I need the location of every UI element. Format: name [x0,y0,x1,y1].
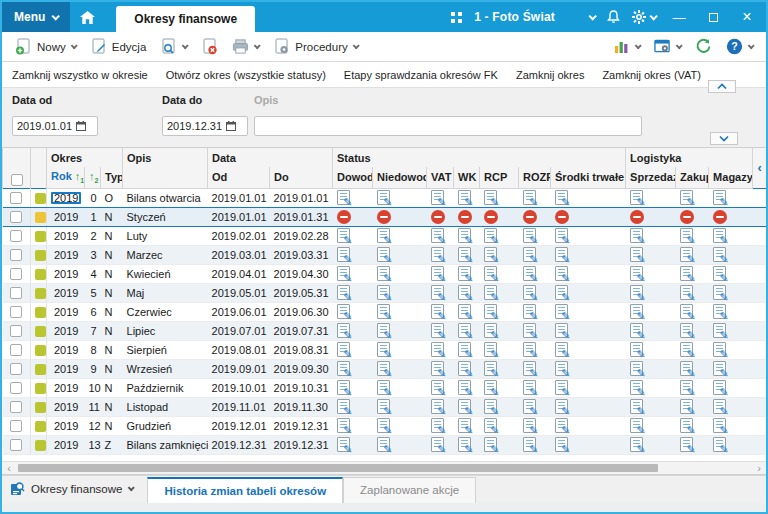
cell-do[interactable]: 2019.09.30 [270,359,333,378]
period-open-edit-icon[interactable] [431,361,444,376]
period-open-edit-icon[interactable] [630,228,643,243]
col-header-dowody[interactable]: Dowody [333,167,373,188]
col-header-rozr[interactable]: ROZR [519,167,551,188]
cell-rok[interactable]: 2019 [47,378,85,397]
scrollbar-track[interactable] [16,463,752,473]
row-checkbox[interactable] [10,382,22,394]
col-header-zakup[interactable]: Zakup [676,167,709,188]
period-open-edit-icon[interactable] [431,418,444,433]
period-open-edit-icon[interactable] [337,266,350,281]
period-closed-icon[interactable] [680,210,694,224]
cell-opis[interactable]: Lipiec [123,321,208,340]
period-open-edit-icon[interactable] [431,285,444,300]
period-open-edit-icon[interactable] [458,342,471,357]
period-open-edit-icon[interactable] [680,247,693,262]
period-open-edit-icon[interactable] [377,361,390,376]
apps-grid-icon[interactable] [451,12,462,23]
close-button[interactable]: × [736,8,758,26]
col-header-wk[interactable]: WK [454,167,480,188]
row-checkbox[interactable] [10,306,22,318]
minimize-button[interactable]: — [668,10,690,25]
period-closed-icon[interactable] [523,210,537,224]
cell-rok[interactable]: 2019 [47,359,85,378]
cell-rok[interactable]: 2019 [47,283,85,302]
period-open-edit-icon[interactable] [680,304,693,319]
col-header-magazyn[interactable]: Magazyn [709,167,753,188]
period-open-edit-icon[interactable] [484,437,497,452]
period-open-edit-icon[interactable] [680,228,693,243]
collapse-columns-button[interactable]: ‹ [753,148,767,188]
row-checkbox[interactable] [10,439,22,451]
table-row[interactable]: 20199NWrzesień2019.09.012019.09.30 [3,359,767,378]
col-header-rcp[interactable]: RCP [480,167,519,188]
period-open-edit-icon[interactable] [377,228,390,243]
cell-do[interactable]: 2019.12.31 [270,416,333,435]
period-open-edit-icon[interactable] [555,361,568,376]
cell-od[interactable]: 2019.08.01 [208,340,270,359]
cell-od[interactable]: 2019.06.01 [208,302,270,321]
period-open-edit-icon[interactable] [680,285,693,300]
period-open-edit-icon[interactable] [337,304,350,319]
cell-od[interactable]: 2019.04.01 [208,264,270,283]
period-closed-icon[interactable] [630,210,644,224]
cell-rok[interactable]: 2019 [47,188,85,207]
cell-od[interactable]: 2019.03.01 [208,245,270,264]
cell-opis[interactable]: Bilans otwarcia [123,188,208,207]
cell-nr[interactable]: 1 [85,207,101,226]
period-open-edit-icon[interactable] [630,304,643,319]
period-closed-icon[interactable] [713,210,727,224]
period-open-edit-icon[interactable] [458,399,471,414]
period-open-edit-icon[interactable] [484,361,497,376]
period-open-edit-icon[interactable] [713,285,726,300]
period-open-edit-icon[interactable] [555,228,568,243]
print-button[interactable] [227,35,264,58]
period-open-edit-icon[interactable] [484,304,497,319]
row-checkbox[interactable] [10,249,22,261]
cell-rok[interactable]: 2019 [47,340,85,359]
cell-od[interactable]: 2019.05.01 [208,283,270,302]
cell-rok[interactable]: 2019 [47,226,85,245]
calendar-icon[interactable] [226,121,236,131]
cell-do[interactable]: 2019.07.31 [270,321,333,340]
row-checkbox[interactable] [10,268,22,280]
table-row[interactable]: 20191NStyczeń2019.01.012019.01.31 [3,207,767,226]
cell-rok[interactable]: 2019 [47,435,85,454]
period-open-edit-icon[interactable] [713,437,726,452]
period-open-edit-icon[interactable] [431,437,444,452]
period-open-edit-icon[interactable] [630,247,643,262]
period-open-edit-icon[interactable] [713,247,726,262]
period-open-edit-icon[interactable] [630,399,643,414]
period-open-edit-icon[interactable] [630,418,643,433]
table-row[interactable]: 20190OBilans otwarcia2019.01.012019.01.0… [3,188,767,207]
period-open-edit-icon[interactable] [484,323,497,338]
cell-od[interactable]: 2019.07.01 [208,321,270,340]
cell-do[interactable]: 2019.01.01 [270,188,333,207]
collapse-filter-button[interactable] [708,80,736,93]
footer-tab-historia[interactable]: Historia zmian tabeli okresów [147,477,343,503]
cell-rok[interactable]: 2019 [47,397,85,416]
period-open-edit-icon[interactable] [555,418,568,433]
cell-rok[interactable]: 2019 [47,264,85,283]
period-open-edit-icon[interactable] [458,361,471,376]
period-open-edit-icon[interactable] [630,190,643,205]
cell-rok[interactable]: 2019 [47,416,85,435]
period-open-edit-icon[interactable] [713,190,726,205]
cell-od[interactable]: 2019.01.01 [208,207,270,226]
period-closed-icon[interactable] [377,210,391,224]
cell-typ[interactable]: N [101,378,123,397]
period-open-edit-icon[interactable] [680,399,693,414]
row-checkbox[interactable] [10,420,22,432]
period-open-edit-icon[interactable] [458,247,471,262]
group-header-okres[interactable]: Okres [47,148,123,167]
cell-do[interactable]: 2019.04.30 [270,264,333,283]
cell-do[interactable]: 2019.02.28 [270,226,333,245]
row-checkbox[interactable] [10,325,22,337]
cell-nr[interactable]: 4 [85,264,101,283]
period-open-edit-icon[interactable] [555,437,568,452]
period-open-edit-icon[interactable] [630,285,643,300]
cell-opis[interactable]: Bilans zamknięcia [123,435,208,454]
period-open-edit-icon[interactable] [377,399,390,414]
group-header-logistyka[interactable]: Logistyka [626,148,753,167]
period-open-edit-icon[interactable] [555,342,568,357]
delete-button[interactable] [196,35,223,58]
